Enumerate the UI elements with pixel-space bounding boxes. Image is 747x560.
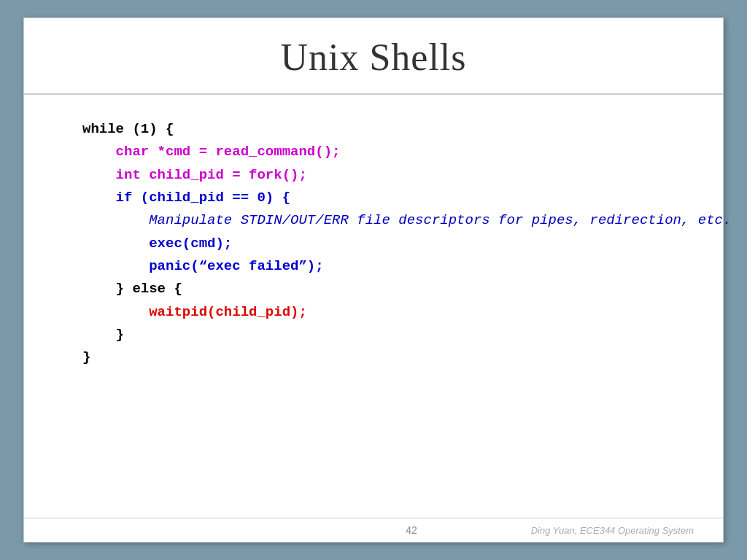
slide-body: while (1) { char *cmd = read_command(); … xyxy=(24,95,723,518)
code-line-7: panic(“exec failed”); xyxy=(82,255,679,278)
slide-title: Unix Shells xyxy=(53,36,694,79)
code-line-1: while (1) { xyxy=(82,118,679,141)
code-line-5: Manipulate STDIN/OUT/ERR file descriptor… xyxy=(82,209,679,232)
code-line-4: if (child_pid == 0) { xyxy=(82,187,679,209)
code-line-8: } else { xyxy=(82,278,679,300)
code-line-6: exec(cmd); xyxy=(82,233,679,255)
code-line-10: } xyxy=(82,324,679,346)
slide-footer: 42 Ding Yuan, ECE344 Operating System xyxy=(24,518,723,542)
footer-credit: Ding Yuan, ECE344 Operating System xyxy=(531,525,694,536)
slide: Unix Shells while (1) { char *cmd = read… xyxy=(23,18,724,542)
code-line-11: } xyxy=(82,346,679,369)
slide-header: Unix Shells xyxy=(24,18,723,95)
footer-page-number: 42 xyxy=(292,524,530,536)
code-line-2: char *cmd = read_command(); xyxy=(82,141,679,163)
code-block: while (1) { char *cmd = read_command(); … xyxy=(82,118,679,370)
code-line-9: waitpid(child_pid); xyxy=(82,301,679,324)
code-line-3: int child_pid = fork(); xyxy=(82,164,679,187)
